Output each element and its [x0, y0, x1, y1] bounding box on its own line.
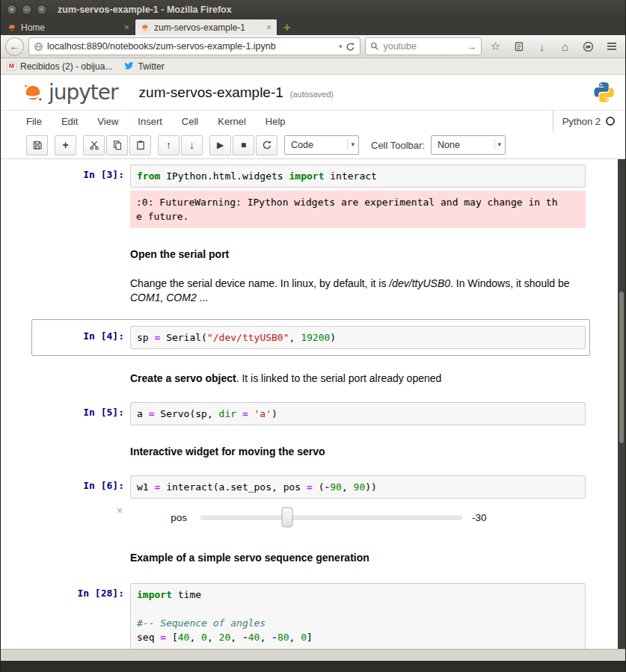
bookmark-label: Recibidos (2) - obijua... [20, 61, 112, 72]
tab-notebook[interactable]: zum-servos-example-1 × [135, 19, 277, 35]
code-cell-28[interactable]: In [28]: import time #-- Sequence of ang… [31, 579, 590, 649]
url-dropdown-icon[interactable]: ▾ [339, 43, 343, 50]
jupyter-logo-icon [22, 81, 44, 104]
hello-bubble-icon[interactable] [579, 41, 598, 52]
window-maximize-button[interactable]: + [37, 4, 47, 15]
copy-cell-button[interactable] [106, 135, 128, 155]
notebook-toolbar: + ↑ ↓ ▶ ■ Code ▾ Cell T [1, 132, 625, 159]
menu-insert[interactable]: Insert [128, 111, 172, 132]
cell-toolbar-select[interactable]: None ▾ [431, 135, 506, 155]
menu-help[interactable]: Help [256, 111, 295, 132]
scrollbar-thumb[interactable] [619, 292, 624, 443]
move-cell-up-button[interactable]: ↑ [158, 135, 179, 155]
code-editor[interactable]: import time #-- Sequence of anglesseq = … [130, 583, 586, 649]
downloads-icon[interactable]: ↓ [533, 40, 551, 53]
home-icon[interactable]: ⌂ [556, 40, 574, 53]
cut-cell-button[interactable] [83, 135, 105, 155]
paste-icon [135, 140, 146, 150]
bookmarks-bar: M Recibidos (2) - obijua... Twitter [1, 58, 625, 75]
notebook-header: jupyter zum-servos-example-1 (autosaved) [1, 75, 625, 110]
jupyter-favicon-icon [7, 23, 16, 32]
cell-type-select[interactable]: Code ▾ [284, 135, 359, 155]
slider-value: -30 [472, 512, 487, 523]
bookmark-gmail[interactable]: M Recibidos (2) - obijua... [7, 61, 112, 72]
notebook-menubar: File Edit View Insert Cell Kernel Help P… [1, 110, 625, 132]
code-cell-5[interactable]: In [5]: a = Servo(sp, dir = 'a') [31, 398, 590, 429]
markdown-text: Example of a simple servo sequence gener… [130, 549, 586, 565]
window-minimize-button[interactable]: – [22, 4, 32, 15]
code-editor[interactable]: w1 = interact(a.set_pos, pos = (-90, 90)… [130, 475, 586, 499]
bookmarks-menu-icon[interactable] [509, 41, 528, 52]
tab-label: Home [21, 22, 45, 33]
url-bar[interactable]: ▾ [28, 37, 360, 55]
python-logo-icon [593, 81, 615, 103]
window-titlebar: × – + zum-servos-example-1 - Mozilla Fir… [1, 0, 625, 19]
markdown-cell-sequence-heading: Example of a simple servo sequence gener… [31, 546, 590, 569]
search-bar[interactable]: → [365, 37, 482, 55]
tab-close-icon[interactable]: × [124, 22, 129, 33]
window-close-button[interactable]: × [7, 4, 17, 15]
code-editor[interactable]: from IPython.html.widgets import interac… [130, 164, 586, 188]
window-footer [1, 649, 625, 661]
play-icon: ▶ [217, 140, 224, 150]
move-cell-down-button[interactable]: ↓ [181, 135, 203, 155]
window-bottom-edge [1, 661, 625, 672]
browser-tab-bar: Home × zum-servos-example-1 × + [1, 19, 625, 35]
interrupt-kernel-button[interactable]: ■ [233, 135, 254, 155]
stderr-output: :0: FutureWarning: IPython widgets are e… [130, 191, 586, 228]
restart-icon [262, 140, 272, 150]
twitter-bird-icon [124, 62, 134, 70]
input-prompt: In [4]: [36, 326, 130, 349]
widget-close-icon[interactable]: × [36, 505, 130, 530]
run-cell-button[interactable]: ▶ [209, 135, 231, 155]
cell-toolbar-value: None [438, 140, 460, 150]
code-cell-6[interactable]: In [6]: w1 = interact(a.set_pos, pos = (… [31, 472, 590, 534]
code-cell-3[interactable]: In [3]: from IPython.html.widgets import… [31, 161, 590, 232]
tab-close-icon[interactable]: × [266, 22, 271, 33]
paste-cell-button[interactable] [129, 135, 151, 155]
code-cell-4-selected[interactable]: In [4]: sp = Serial("/dev/ttyUSB0", 1920… [31, 319, 590, 356]
chat-circle-icon [583, 41, 594, 52]
restart-kernel-button[interactable] [256, 135, 277, 155]
output-prompt [36, 188, 130, 228]
save-button[interactable] [26, 135, 48, 155]
markdown-cell-serial-info: Change the serial device name. In linux,… [31, 271, 590, 309]
code-editor[interactable]: a = Servo(sp, dir = 'a') [130, 402, 586, 425]
bookmark-star-icon[interactable]: ☆ [486, 40, 505, 53]
input-prompt: In [5]: [36, 402, 130, 425]
markdown-text: Open the serial port [130, 246, 586, 262]
menu-edit[interactable]: Edit [52, 111, 88, 132]
gmail-icon: M [7, 62, 16, 70]
menu-view[interactable]: View [88, 111, 128, 132]
url-input[interactable] [47, 41, 335, 52]
bookmarks-list-icon [514, 41, 524, 52]
jupyter-logo-text[interactable]: jupyter [49, 80, 118, 105]
menu-hamburger-icon[interactable] [602, 42, 621, 51]
tab-label: zum-servos-example-1 [154, 22, 245, 33]
slider-handle[interactable] [281, 508, 292, 528]
code-editor[interactable]: sp = Serial("/dev/ttyUSB0", 19200) [130, 326, 586, 349]
arrow-up-icon: ↑ [166, 139, 171, 151]
markdown-text: Create a servo object. It is linked to t… [130, 370, 586, 386]
tab-home[interactable]: Home × [2, 19, 135, 35]
search-go-icon[interactable]: → [467, 41, 476, 52]
markdown-text: Interactive widget for moving the servo [130, 443, 586, 459]
bookmark-label: Twitter [138, 61, 164, 72]
notebook-title[interactable]: zum-servos-example-1 [139, 84, 283, 101]
bookmark-twitter[interactable]: Twitter [124, 61, 164, 72]
scrollbar-track[interactable] [618, 159, 625, 649]
hamburger-icon [607, 42, 617, 51]
new-tab-button[interactable]: + [277, 20, 296, 35]
menu-cell[interactable]: Cell [172, 111, 208, 132]
firefox-window: × – + zum-servos-example-1 - Mozilla Fir… [0, 0, 626, 672]
add-cell-button[interactable]: + [55, 135, 76, 155]
search-input[interactable] [383, 41, 463, 52]
menu-kernel[interactable]: Kernel [208, 111, 256, 132]
back-button[interactable]: ← [5, 37, 24, 56]
reload-icon[interactable] [346, 42, 355, 52]
menu-file[interactable]: File [25, 111, 52, 132]
save-icon [32, 140, 43, 150]
markdown-text: Change the serial device name. In linux,… [130, 275, 586, 305]
input-prompt: In [28]: [36, 583, 130, 649]
pos-slider[interactable] [200, 516, 462, 520]
